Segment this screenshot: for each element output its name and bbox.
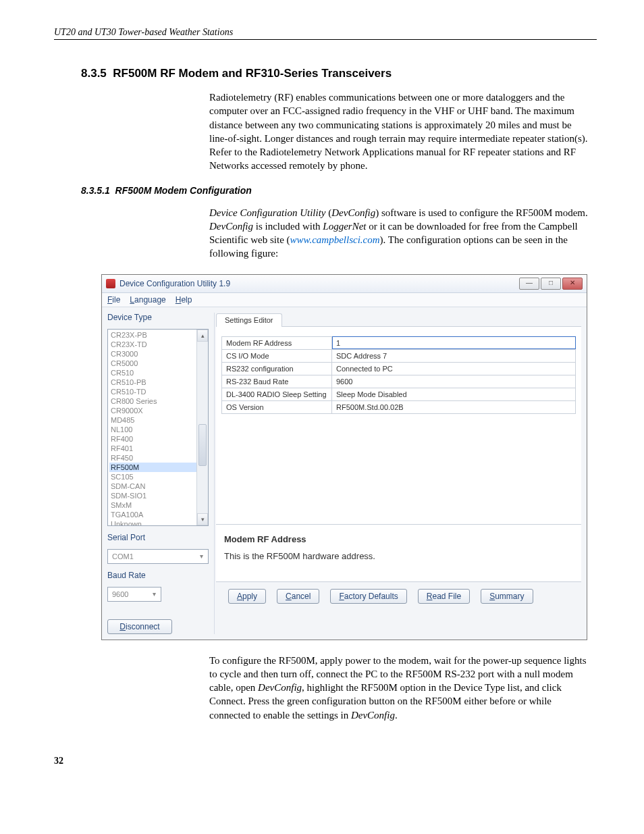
settings-table: Modem RF Address1CS I/O ModeSDC Address … (221, 336, 576, 414)
scroll-thumb[interactable] (198, 424, 207, 466)
menu-file[interactable]: File (107, 295, 120, 305)
text: DevConfig (331, 207, 375, 218)
list-item[interactable]: RF450 (109, 453, 207, 463)
table-row: Modem RF Address1 (222, 336, 576, 349)
serial-port-label: Serial Port (107, 533, 209, 542)
text: DevConfig (258, 682, 302, 693)
table-row: OS VersionRF500M.Std.00.02B (222, 400, 576, 413)
serial-port-value: COM1 (112, 552, 134, 561)
baud-rate-combo[interactable]: 9600 ▾ (107, 587, 161, 602)
window-controls: — □ ✕ (519, 278, 583, 290)
section-heading: 8.3.5 RF500M RF Modem and RF310-Series T… (81, 67, 597, 80)
section-paragraph: Radiotelemetry (RF) enables communicatio… (209, 90, 590, 173)
text: DevConfig (351, 710, 395, 721)
setting-value[interactable]: 1 (332, 336, 576, 349)
setting-value[interactable]: 9600 (332, 375, 576, 388)
factory-defaults-button[interactable]: Factory Defaults (330, 589, 406, 604)
menu-help[interactable]: Help (176, 295, 192, 305)
section-title: RF500M RF Modem and RF310-Series Transce… (113, 67, 392, 80)
list-item[interactable]: CR5000 (109, 359, 207, 368)
list-item[interactable]: CR23X-TD (109, 340, 207, 349)
minimize-button[interactable]: — (519, 278, 539, 290)
page-number: 32 (54, 756, 597, 766)
window: Device Configuration Utility 1.9 — □ ✕ F… (101, 274, 587, 640)
device-type-listbox[interactable]: CR23X-PBCR23X-TDCR3000CR5000CR510CR510-P… (107, 329, 209, 526)
subsection-number: 8.3.5.1 (81, 185, 110, 196)
list-item[interactable]: CR3000 (109, 349, 207, 359)
help-title: Modem RF Address (224, 534, 573, 544)
list-item[interactable]: NL100 (109, 425, 207, 434)
window-title: Device Configuration Utility 1.9 (119, 279, 230, 288)
device-type-label: Device Type (107, 313, 209, 322)
list-item[interactable]: CR800 Series (109, 396, 207, 406)
titlebar: Device Configuration Utility 1.9 — □ ✕ (102, 275, 587, 293)
list-item[interactable]: SMxM (109, 500, 207, 510)
chevron-down-icon: ▾ (149, 589, 159, 600)
setting-label: DL-3400 RADIO Sleep Setting (222, 388, 332, 400)
list-item[interactable]: Unknown (109, 519, 207, 526)
list-item[interactable]: MD485 (109, 415, 207, 425)
devconfig-screenshot: Device Configuration Utility 1.9 — □ ✕ F… (101, 274, 587, 640)
baud-rate-value: 9600 (112, 590, 128, 598)
subsection-paragraph-2: To configure the RF500M, apply power to … (209, 654, 590, 722)
help-panel: Modem RF Address This is the RF500M hard… (216, 525, 581, 582)
left-pane: Device Type CR23X-PBCR23X-TDCR3000CR5000… (107, 313, 209, 634)
disconnect-button[interactable]: Disconnect (107, 619, 172, 634)
cancel-button[interactable]: Cancel (277, 589, 319, 604)
scroll-down-icon[interactable]: ▾ (197, 513, 208, 525)
scroll-up-icon[interactable]: ▴ (197, 330, 208, 342)
summary-button[interactable]: Summary (481, 589, 533, 604)
tab-settings-editor[interactable]: Settings Editor (216, 313, 282, 327)
list-item[interactable]: RF400 (109, 434, 207, 444)
setting-value[interactable]: Sleep Mode Disabled (332, 388, 576, 400)
tabstrip: Settings Editor (216, 313, 581, 327)
subsection-paragraph-1: Device Configuration Utility (DevConfig)… (209, 206, 590, 261)
subsection-title: RF500M Modem Configuration (115, 185, 252, 196)
settings-editor-panel: Modem RF Address1CS I/O ModeSDC Address … (216, 327, 581, 525)
button-row: Apply Cancel Factory Defaults Read File … (216, 582, 581, 609)
text: ( (325, 207, 331, 218)
setting-value[interactable]: RF500M.Std.00.02B (332, 400, 576, 413)
chevron-down-icon: ▾ (196, 551, 207, 562)
help-text: This is the RF500M hardware address. (224, 551, 573, 561)
apply-button[interactable]: Apply (228, 589, 266, 604)
table-row: DL-3400 RADIO Sleep SettingSleep Mode Di… (222, 388, 576, 400)
scrollbar[interactable]: ▴ ▾ (196, 330, 208, 525)
campbellsci-link[interactable]: www.campbellsci.com (290, 234, 380, 245)
menu-language[interactable]: Language (130, 295, 165, 305)
list-item[interactable]: SDM-SIO1 (109, 491, 207, 500)
read-file-button[interactable]: Read File (418, 589, 470, 604)
list-item[interactable]: RF500M (109, 463, 207, 472)
setting-label: Modem RF Address (222, 336, 332, 349)
text: Device Configuration Utility (209, 207, 325, 218)
list-item[interactable]: CR510 (109, 368, 207, 377)
list-item[interactable]: SC105 (109, 472, 207, 481)
list-item[interactable]: CR510-PB (109, 377, 207, 387)
baud-rate-label: Baud Rate (107, 571, 209, 580)
maximize-button[interactable]: □ (541, 278, 561, 290)
setting-label: RS-232 Baud Rate (222, 375, 332, 388)
running-header: UT20 and UT30 Tower-based Weather Statio… (54, 27, 597, 40)
list-item[interactable]: CR23X-PB (109, 330, 207, 340)
setting-value[interactable]: SDC Address 7 (332, 349, 576, 362)
serial-port-combo[interactable]: COM1 ▾ (107, 549, 209, 564)
list-item[interactable]: CR9000X (109, 406, 207, 415)
setting-label: CS I/O Mode (222, 349, 332, 362)
table-row: CS I/O ModeSDC Address 7 (222, 349, 576, 362)
setting-label: RS232 configuration (222, 362, 332, 375)
list-item[interactable]: TGA100A (109, 510, 207, 519)
subsection-heading: 8.3.5.1 RF500M Modem Configuration (81, 185, 597, 196)
text: LoggerNet (323, 221, 366, 232)
list-item[interactable]: RF401 (109, 444, 207, 453)
section-number: 8.3.5 (81, 67, 107, 80)
close-button[interactable]: ✕ (562, 278, 583, 290)
list-item[interactable]: CR510-TD (109, 387, 207, 396)
list-item[interactable]: SDM-CAN (109, 481, 207, 491)
menubar: File Language Help (102, 293, 587, 307)
text: is included with (253, 221, 323, 232)
text: DevConfig (209, 221, 253, 232)
right-pane: Settings Editor Modem RF Address1CS I/O … (214, 313, 581, 634)
app-icon (106, 279, 115, 288)
table-row: RS-232 Baud Rate9600 (222, 375, 576, 388)
setting-value[interactable]: Connected to PC (332, 362, 576, 375)
